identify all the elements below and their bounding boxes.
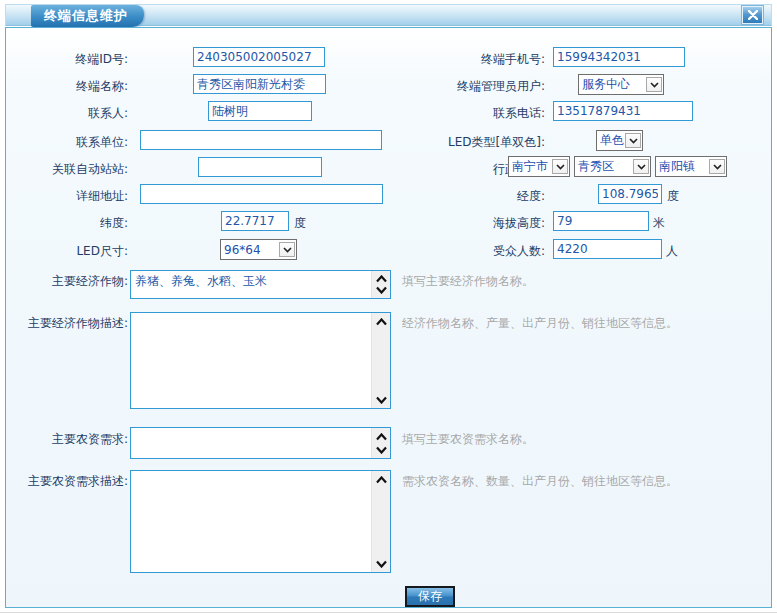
agri-needs-field [130, 427, 391, 459]
terminal-name-input[interactable] [193, 74, 326, 94]
scroll-down-icon[interactable] [374, 393, 389, 406]
led-size-select[interactable]: 96*64 [220, 239, 297, 260]
region-town-selected-value: 南阳镇 [656, 158, 698, 175]
led-size-label: LED尺寸: [8, 243, 128, 260]
audience-label: 受众人数: [395, 243, 545, 260]
led-size-selected-value: 96*64 [221, 243, 264, 257]
region-district-select[interactable]: 青秀区 [574, 156, 651, 177]
scroll-up-icon[interactable] [374, 430, 389, 443]
led-type-selected-value: 单色 [597, 132, 625, 149]
region-city-select[interactable]: 南宁市 [508, 156, 570, 177]
main-crops-field: 养猪、养兔、水稻、玉米 [130, 270, 391, 299]
longitude-unit: 度 [667, 188, 679, 205]
contact-unit-input[interactable] [140, 130, 382, 150]
main-crops-scrollbar [371, 271, 390, 298]
close-icon [748, 10, 758, 20]
main-crops-desc-label: 主要经济作物描述: [8, 315, 128, 332]
contact-unit-label: 联系单位: [8, 134, 128, 151]
contact-phone-input[interactable] [553, 101, 693, 121]
region-town-select[interactable]: 南阳镇 [655, 156, 727, 177]
linked-station-input[interactable] [198, 157, 322, 177]
detail-address-label: 详细地址: [8, 188, 128, 205]
chevron-down-icon [646, 77, 662, 92]
agri-needs-textarea[interactable] [131, 428, 371, 458]
linked-station-label: 关联自动站站: [8, 161, 128, 178]
chevron-down-icon [625, 133, 641, 148]
scroll-down-icon[interactable] [374, 443, 389, 456]
contact-person-input[interactable] [208, 101, 312, 121]
main-crops-desc-textarea[interactable] [131, 313, 371, 408]
terminal-admin-selected-value: 服务中心 [579, 76, 633, 93]
region-district-selected-value: 青秀区 [575, 158, 617, 175]
terminal-phone-input[interactable] [553, 47, 685, 67]
close-button[interactable] [742, 6, 763, 24]
main-crops-desc-field [130, 312, 391, 409]
scroll-down-icon[interactable] [374, 557, 389, 570]
latitude-input[interactable] [221, 211, 289, 231]
terminal-id-label: 终端ID号: [8, 51, 128, 68]
altitude-input[interactable] [553, 211, 649, 231]
chevron-down-icon [279, 242, 295, 257]
terminal-info-dialog: 终端信息维护 终端ID号: 终端手机号: 终端名称: 终端管理员用户: 服务中心… [0, 0, 777, 615]
led-type-label: LED类型[单双色]: [395, 134, 545, 151]
agri-needs-hint: 填写主要农资需求名称。 [402, 431, 534, 448]
longitude-label: 经度: [395, 188, 545, 205]
contact-phone-label: 联系电话: [395, 105, 545, 122]
altitude-unit: 米 [653, 215, 665, 232]
agri-needs-label: 主要农资需求: [8, 431, 128, 448]
main-crops-hint: 填写主要经济作物名称。 [402, 273, 534, 290]
terminal-admin-select[interactable]: 服务中心 [578, 74, 664, 95]
agri-needs-desc-scrollbar [371, 471, 390, 572]
led-type-select[interactable]: 单色 [596, 130, 643, 151]
terminal-admin-label: 终端管理员用户: [395, 78, 545, 95]
chevron-down-icon [709, 159, 725, 174]
main-crops-textarea[interactable]: 养猪、养兔、水稻、玉米 [131, 271, 371, 298]
terminal-phone-label: 终端手机号: [395, 51, 545, 68]
scroll-down-icon[interactable] [374, 285, 389, 297]
agri-needs-desc-field [130, 470, 391, 573]
main-crops-desc-scrollbar [371, 313, 390, 408]
region-city-selected-value: 南宁市 [509, 158, 551, 175]
terminal-id-input[interactable] [193, 47, 325, 67]
dialog-title-tab: 终端信息维护 [31, 5, 144, 27]
agri-needs-desc-hint: 需求农资名称、数量、出产月份、销往地区等信息。 [402, 473, 678, 490]
terminal-name-label: 终端名称: [8, 78, 128, 95]
agri-needs-scrollbar [371, 428, 390, 458]
detail-address-input[interactable] [140, 184, 383, 204]
save-button[interactable]: 保存 [405, 586, 455, 607]
scroll-up-icon[interactable] [374, 473, 389, 486]
contact-person-label: 联系人: [8, 105, 128, 122]
chevron-down-icon [633, 159, 649, 174]
dialog-titlebar: 终端信息维护 [5, 4, 772, 26]
agri-needs-desc-label: 主要农资需求描述: [8, 473, 128, 490]
agri-needs-desc-textarea[interactable] [131, 471, 371, 572]
altitude-label: 海拔高度: [395, 215, 545, 232]
dialog-title: 终端信息维护 [44, 7, 128, 25]
longitude-input[interactable] [598, 184, 662, 204]
scroll-up-icon[interactable] [374, 273, 389, 285]
main-crops-label: 主要经济作物: [8, 273, 128, 290]
chevron-down-icon [552, 159, 568, 174]
scroll-up-icon[interactable] [374, 315, 389, 328]
window-bottom-edge [0, 612, 777, 613]
audience-input[interactable] [553, 239, 662, 259]
main-crops-desc-hint: 经济作物名称、产量、出产月份、销往地区等信息。 [402, 315, 678, 332]
latitude-unit: 度 [294, 215, 306, 232]
audience-unit: 人 [666, 243, 678, 260]
latitude-label: 纬度: [8, 215, 128, 232]
